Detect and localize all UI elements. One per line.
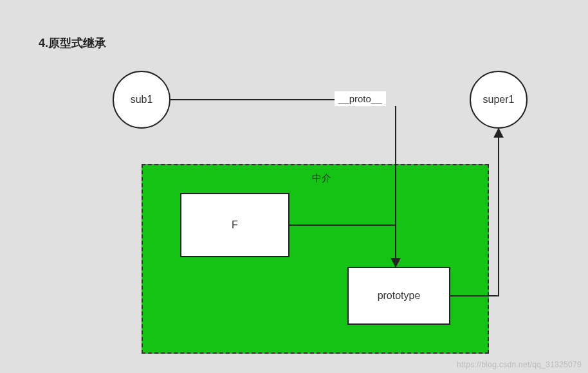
node-sub1-circle: sub1 (113, 71, 170, 129)
edge-proto-label: __proto__ (335, 91, 386, 106)
diagram-title: 4.原型式继承 (39, 35, 106, 51)
node-f-label: F (232, 219, 238, 231)
node-f-box: F (180, 193, 289, 257)
node-prototype-box: prototype (347, 267, 450, 325)
watermark-text: https://blog.csdn.net/qq_31325079 (457, 360, 582, 369)
node-sub1-label: sub1 (131, 94, 153, 105)
node-super1-circle: super1 (470, 71, 528, 129)
mediator-group-title: 中介 (312, 172, 331, 185)
node-prototype-label: prototype (378, 290, 421, 302)
node-super1-label: super1 (483, 94, 515, 105)
